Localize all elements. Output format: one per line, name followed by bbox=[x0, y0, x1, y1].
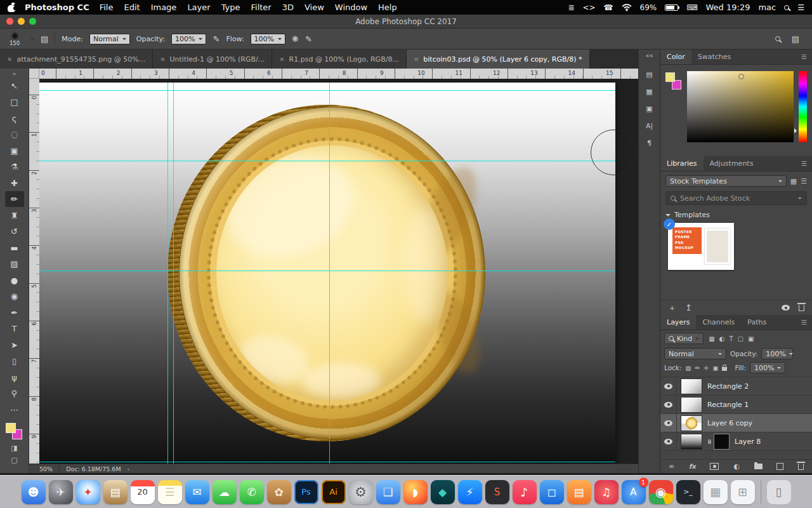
widgets-app[interactable]: ⊞ bbox=[731, 480, 755, 504]
new-group-icon[interactable] bbox=[754, 464, 763, 469]
trash[interactable]: ▯ bbox=[767, 480, 791, 504]
keyboard-app[interactable]: ▦ bbox=[704, 480, 728, 504]
paragraph-panel-icon[interactable]: ¶ bbox=[642, 135, 657, 150]
menu-item[interactable]: Image bbox=[151, 3, 177, 12]
marquee-tool[interactable]: □ bbox=[5, 94, 24, 110]
eye-icon[interactable] bbox=[782, 305, 790, 311]
filter-type-icon[interactable]: T bbox=[729, 335, 733, 342]
menu-item[interactable]: Edit bbox=[124, 3, 140, 12]
pen-tool[interactable]: ✒ bbox=[5, 305, 24, 321]
panel-menu-icon[interactable]: ☰ bbox=[796, 156, 812, 171]
document-canvas[interactable] bbox=[39, 83, 615, 464]
visibility-toggle[interactable] bbox=[660, 377, 677, 395]
saturation-brightness-picker[interactable] bbox=[687, 71, 794, 142]
layer-thumbnail[interactable] bbox=[681, 434, 702, 450]
brush-preset-picker[interactable]: 150 bbox=[5, 32, 24, 46]
messages-app[interactable]: ☁ bbox=[213, 480, 237, 504]
apple-menu-icon[interactable] bbox=[8, 3, 16, 12]
firefox-app[interactable]: ◗ bbox=[403, 480, 428, 504]
lock-artboard-icon[interactable]: ▣ bbox=[712, 364, 718, 371]
healing-brush-tool[interactable]: ✚ bbox=[5, 175, 24, 191]
foreground-background-swatches[interactable] bbox=[5, 422, 24, 442]
tv-app[interactable]: ◻ bbox=[540, 480, 564, 504]
collapse-tools-icon[interactable]: » bbox=[13, 70, 16, 77]
pressure-size-icon[interactable]: ✎ bbox=[305, 34, 312, 44]
foreground-color-swatch[interactable] bbox=[6, 423, 16, 433]
layer-blend-mode-select[interactable]: Normal bbox=[664, 348, 726, 359]
info-panel-icon[interactable]: ▦ bbox=[642, 84, 657, 99]
notes-app[interactable]: ☰ bbox=[158, 480, 182, 504]
code-icon[interactable]: <> bbox=[582, 4, 595, 11]
music-app[interactable]: ♪ bbox=[513, 480, 537, 504]
close-tab-icon[interactable]: ✕ bbox=[279, 56, 284, 63]
flow-select[interactable]: 100% bbox=[251, 34, 285, 44]
adobe-stock-search-input[interactable]: Search Adobe Stock bbox=[665, 191, 807, 205]
system-preferences-app[interactable]: ⚙ bbox=[349, 480, 373, 504]
books-app[interactable]: ▤ bbox=[567, 480, 591, 504]
templates-section-header[interactable]: Templates bbox=[660, 206, 812, 222]
type-tool[interactable]: T bbox=[5, 321, 24, 337]
blur-tool[interactable]: ● bbox=[5, 272, 24, 288]
minimize-window-button[interactable] bbox=[18, 18, 25, 25]
layer-thumbnail[interactable] bbox=[681, 415, 702, 431]
quick-selection-tool[interactable]: ◌ bbox=[5, 126, 24, 142]
sync-upload-icon[interactable]: ↥ bbox=[685, 303, 692, 312]
document-tab[interactable]: ✕ bitcoin03.psd @ 50% (Layer 6 copy, RGB… bbox=[407, 50, 590, 69]
quick-mask-button[interactable]: ◨ bbox=[5, 443, 24, 454]
app-menu-title[interactable]: Photoshop CC bbox=[25, 3, 89, 12]
close-window-button[interactable] bbox=[6, 18, 13, 25]
lock-position-icon[interactable]: ✛ bbox=[704, 364, 709, 371]
color-picker-ring[interactable] bbox=[738, 74, 744, 79]
zoom-level-field[interactable]: 50% bbox=[29, 464, 60, 473]
histogram-panel-icon[interactable]: ▤ bbox=[642, 67, 657, 82]
document-tab[interactable]: ✕ Untitled-1 @ 100% (RGB/... bbox=[153, 50, 272, 69]
zoom-tool[interactable]: ⚲ bbox=[5, 385, 24, 401]
toggle-brush-panel-icon[interactable]: ▤ bbox=[41, 34, 48, 44]
layer-row[interactable]: ∞ Layer 8 bbox=[660, 432, 812, 451]
add-mask-icon[interactable] bbox=[710, 463, 719, 470]
lock-paint-icon[interactable]: ✏ bbox=[695, 364, 700, 371]
lock-all-icon[interactable] bbox=[722, 367, 727, 371]
close-tab-icon[interactable]: ✕ bbox=[160, 56, 165, 63]
screen-mode-button[interactable]: ▢ bbox=[5, 455, 24, 466]
lock-transparency-icon[interactable]: ▨ bbox=[685, 364, 691, 371]
tab-paths[interactable]: Paths bbox=[741, 315, 773, 330]
add-library-item-button[interactable]: ＋ bbox=[668, 302, 676, 314]
panel-menu-icon[interactable]: ☰ bbox=[796, 315, 812, 330]
edit-toolbar[interactable]: ⋯ bbox=[5, 402, 24, 418]
menu-item[interactable]: 3D bbox=[282, 3, 294, 12]
facetime-app[interactable]: ✆ bbox=[240, 480, 264, 504]
layer-name[interactable]: Layer 8 bbox=[735, 438, 761, 446]
panel-menu-icon[interactable]: ☰ bbox=[796, 50, 812, 64]
illustrator-app[interactable]: Ai bbox=[322, 480, 346, 504]
foreground-color-chip[interactable] bbox=[665, 72, 675, 82]
layer-row[interactable]: Rectangle 1 bbox=[660, 396, 812, 414]
menu-item[interactable]: File bbox=[100, 3, 114, 12]
history-brush-tool[interactable]: ↺ bbox=[5, 224, 24, 239]
filter-pixel-icon[interactable]: ▦ bbox=[709, 335, 714, 342]
rectangle-tool[interactable]: ▯ bbox=[5, 353, 24, 369]
hue-slider-marker[interactable] bbox=[794, 128, 799, 133]
filter-smart-object-icon[interactable]: ▣ bbox=[748, 335, 754, 342]
app-store-app[interactable]: A 1 bbox=[622, 480, 646, 504]
hand-tool[interactable]: ψ bbox=[5, 370, 24, 385]
tab-libraries[interactable]: Libraries bbox=[660, 156, 704, 171]
safari-app[interactable]: ✦ bbox=[76, 480, 100, 504]
layer-name[interactable]: Rectangle 1 bbox=[707, 401, 749, 409]
expand-panels-icon[interactable]: «« bbox=[645, 52, 653, 65]
new-layer-icon[interactable] bbox=[776, 463, 783, 470]
brush-preset-caret[interactable] bbox=[30, 38, 34, 42]
airbrush-icon[interactable]: ❋ bbox=[292, 34, 299, 44]
move-tool[interactable]: ↖ bbox=[5, 78, 24, 94]
launchpad-app[interactable]: ✈ bbox=[49, 480, 73, 504]
search-icon[interactable] bbox=[775, 36, 780, 41]
visibility-toggle[interactable] bbox=[660, 432, 677, 450]
document-tab[interactable]: ✕ R1.psd @ 100% (Logo, RGB/8... bbox=[272, 50, 407, 69]
list-view-icon[interactable]: ☰ bbox=[801, 177, 807, 185]
dodge-tool[interactable]: ◉ bbox=[5, 288, 24, 304]
hue-slider[interactable] bbox=[799, 71, 807, 142]
clone-stamp-tool[interactable]: ♜ bbox=[5, 208, 24, 224]
gift-app[interactable]: ✿ bbox=[267, 480, 291, 504]
menubar-clock[interactable]: Wed 19:29 bbox=[706, 3, 750, 12]
calendar-app[interactable]: 20 bbox=[131, 480, 155, 504]
